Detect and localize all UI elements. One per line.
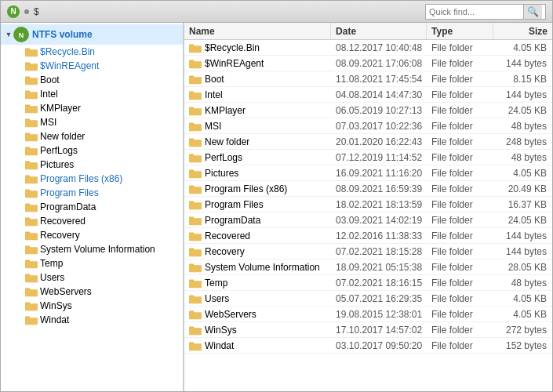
- table-row[interactable]: WinSys 17.10.2017 14:57:02 File folder 2…: [184, 322, 552, 338]
- tree-item[interactable]: ProgramData: [1, 200, 183, 214]
- table-row[interactable]: PerfLogs 07.12.2019 11:14:52 File folder…: [184, 150, 552, 165]
- table-row[interactable]: Program Files (x86) 08.09.2021 16:59:39 …: [184, 181, 552, 197]
- file-name: ProgramData: [205, 215, 260, 226]
- tree-toggle[interactable]: [13, 132, 23, 141]
- tree-item[interactable]: System Volume Information: [1, 242, 183, 256]
- table-row[interactable]: Recovered 12.02.2016 11:38:33 File folde…: [184, 228, 552, 244]
- tree-item[interactable]: $Recycle.Bin: [1, 45, 183, 59]
- col-header-type[interactable]: Type: [427, 23, 493, 39]
- folder-icon: [189, 278, 202, 289]
- tree-toggle[interactable]: [13, 146, 23, 155]
- table-row[interactable]: New folder 20.01.2020 16:22:43 File fold…: [184, 134, 552, 150]
- search-input[interactable]: [429, 7, 523, 16]
- file-type-cell: File folder: [427, 165, 493, 180]
- file-name-cell: Windat: [184, 338, 331, 353]
- file-name: MSI: [205, 121, 221, 132]
- tree-toggle[interactable]: [13, 216, 23, 226]
- folder-icon: [25, 46, 38, 57]
- table-row[interactable]: Recovery 07.02.2021 18:15:28 File folder…: [184, 244, 552, 260]
- file-size-cell: 48 bytes: [493, 275, 552, 290]
- tree-item[interactable]: Users: [1, 270, 183, 285]
- file-type-cell: File folder: [427, 322, 493, 337]
- tree-item[interactable]: Intel: [1, 87, 183, 101]
- svg-rect-121: [189, 343, 202, 350]
- tree-toggle[interactable]: [13, 230, 23, 240]
- tree-toggle[interactable]: [13, 287, 23, 296]
- tree-item[interactable]: Temp: [1, 256, 183, 270]
- svg-rect-40: [25, 219, 38, 226]
- table-row[interactable]: Boot 11.08.2021 17:45:54 File folder 8.1…: [184, 71, 552, 87]
- table-row[interactable]: Intel 04.08.2014 14:47:30 File folder 14…: [184, 87, 552, 103]
- tree-item-label: Recovered: [40, 216, 85, 227]
- tree-item[interactable]: KMPlayer: [1, 101, 183, 115]
- tree-toggle[interactable]: [13, 273, 23, 282]
- tree-item[interactable]: PerfLogs: [1, 143, 183, 158]
- file-panel[interactable]: Name Date Type Size $Recycle.Bin 08.12.2…: [184, 23, 552, 391]
- search-box[interactable]: 🔍: [425, 4, 546, 20]
- tree-item[interactable]: Program Files (x86): [1, 172, 183, 186]
- tree-item[interactable]: Program Files: [1, 186, 183, 200]
- svg-rect-22: [25, 134, 38, 141]
- search-icon[interactable]: 🔍: [523, 5, 542, 19]
- table-row[interactable]: ProgramData 03.09.2021 14:02:19 File fol…: [184, 212, 552, 228]
- col-header-date[interactable]: Date: [331, 23, 427, 39]
- folder-icon: [189, 340, 202, 351]
- tree-toggle[interactable]: [13, 245, 23, 254]
- tree-toggle[interactable]: [13, 103, 23, 113]
- folder-icon: [25, 60, 38, 71]
- table-row[interactable]: Pictures 16.09.2021 11:16:20 File folder…: [184, 165, 552, 181]
- folder-icon: [25, 173, 38, 184]
- tree-toggle[interactable]: [13, 75, 23, 85]
- tree-item[interactable]: New folder: [1, 129, 183, 143]
- col-header-size[interactable]: Size: [493, 23, 552, 39]
- tree-toggle[interactable]: [13, 174, 23, 183]
- tree-toggle[interactable]: [13, 61, 23, 71]
- tree-item[interactable]: Boot: [1, 73, 183, 87]
- table-row[interactable]: Users 05.07.2021 16:29:35 File folder 4.…: [184, 291, 552, 307]
- tree-root-label: NTFS volume: [32, 29, 93, 40]
- folder-icon: [25, 244, 38, 255]
- tree-toggle[interactable]: [13, 188, 23, 198]
- tree-toggle[interactable]: [13, 315, 23, 325]
- svg-rect-97: [189, 218, 202, 225]
- tree-item[interactable]: Windat: [1, 313, 183, 327]
- tree-toggle[interactable]: [13, 160, 23, 169]
- folder-icon: [25, 103, 38, 114]
- table-row[interactable]: $WinREAgent 08.09.2021 17:06:08 File fol…: [184, 56, 552, 71]
- tree-toggle[interactable]: [13, 202, 23, 212]
- tree-root[interactable]: ▼ N NTFS volume: [1, 24, 183, 45]
- table-row[interactable]: KMPlayer 06.05.2019 10:27:13 File folder…: [184, 103, 552, 118]
- tree-toggle[interactable]: [13, 259, 23, 268]
- table-row[interactable]: Windat 03.10.2017 09:50:20 File folder 1…: [184, 338, 552, 354]
- col-header-name[interactable]: Name: [184, 23, 331, 39]
- table-row[interactable]: Temp 07.02.2021 18:16:15 File folder 48 …: [184, 275, 552, 291]
- tree-toggle[interactable]: [13, 301, 23, 310]
- table-row[interactable]: MSI 07.03.2017 10:22:36 File folder 48 b…: [184, 118, 552, 134]
- tree-item[interactable]: MSI: [1, 115, 183, 129]
- svg-rect-25: [25, 148, 38, 155]
- tree-toggle[interactable]: [13, 47, 23, 56]
- tree-item[interactable]: Recovered: [1, 214, 183, 228]
- tree-panel[interactable]: ▼ N NTFS volume $Recycle.Bin: [1, 23, 184, 391]
- tree-toggle[interactable]: [13, 89, 23, 99]
- tree-toggle[interactable]: [13, 118, 23, 127]
- table-row[interactable]: WebServers 19.08.2015 12:38:01 File fold…: [184, 307, 552, 322]
- file-size-cell: 24.05 KB: [493, 103, 552, 118]
- svg-rect-79: [189, 124, 202, 131]
- tree-item[interactable]: WebServers: [1, 285, 183, 299]
- file-size-cell: 4.05 KB: [493, 307, 552, 321]
- file-name: KMPlayer: [205, 105, 246, 116]
- tree-root-toggle[interactable]: ▼: [4, 30, 13, 39]
- folder-icon: [189, 325, 202, 336]
- table-row[interactable]: $Recycle.Bin 08.12.2017 10:40:48 File fo…: [184, 40, 552, 56]
- tree-item[interactable]: Recovery: [1, 228, 183, 242]
- svg-rect-4: [25, 49, 38, 56]
- file-type-cell: File folder: [427, 212, 493, 227]
- table-row[interactable]: System Volume Information 18.09.2021 05:…: [184, 260, 552, 275]
- file-size-cell: 16.37 KB: [493, 197, 552, 212]
- tree-item[interactable]: Pictures: [1, 158, 183, 172]
- tree-item[interactable]: WinSys: [1, 299, 183, 313]
- table-row[interactable]: Program Files 18.02.2021 18:13:59 File f…: [184, 197, 552, 212]
- tree-item[interactable]: $WinREAgent: [1, 59, 183, 73]
- file-date-cell: 08.12.2017 10:40:48: [331, 40, 427, 55]
